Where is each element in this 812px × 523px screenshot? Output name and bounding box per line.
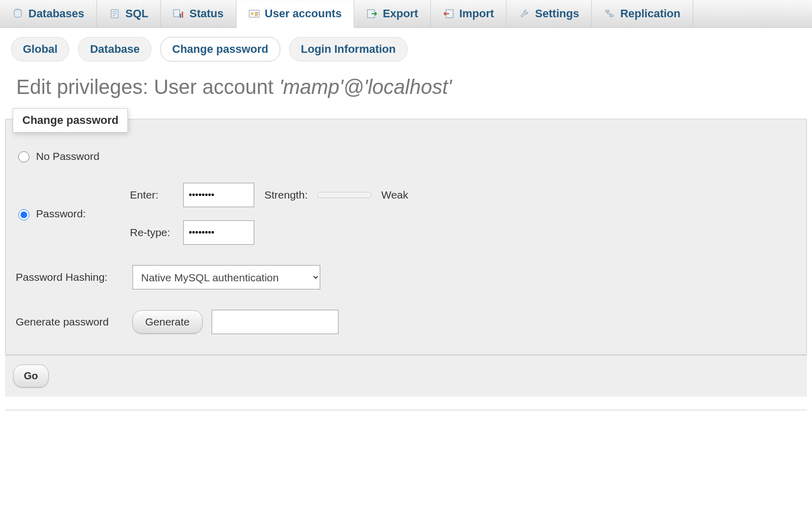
tab-label: User accounts [265,7,342,20]
password-option[interactable]: Password: [16,208,130,220]
generate-button[interactable]: Generate [132,310,202,334]
sub-tabs: Global Database Change password Login In… [0,28,812,61]
svg-point-15 [605,10,610,12]
page-title-prefix: Edit privileges: User account [16,76,279,98]
main-tabs: Databases SQL Status User accounts Expor… [0,0,812,28]
change-password-panel: Change password No Password Password: En… [5,119,807,355]
replication-icon [604,8,615,19]
password-radio[interactable] [18,209,29,220]
password-grid: Enter: Strength: Weak Re-type: [130,183,409,245]
enter-label: Enter: [130,189,183,201]
password-hashing-select[interactable]: Native MySQL authentication [132,265,320,289]
no-password-row: No Password [16,150,796,162]
generate-row-label: Generate password [16,316,132,328]
sql-icon [109,8,120,19]
tab-replication[interactable]: Replication [592,0,693,27]
svg-rect-6 [180,14,181,18]
tab-import[interactable]: Import [431,0,506,27]
subtab-login-information[interactable]: Login Information [289,37,408,61]
tab-status[interactable]: Status [161,0,236,27]
database-icon [12,8,23,19]
tab-label: Export [383,7,418,20]
hashing-row: Password Hashing: Native MySQL authentic… [16,265,796,289]
tab-label: Replication [620,7,681,20]
subtab-global[interactable]: Global [11,37,69,61]
page-title: Edit privileges: User account 'mamp'@'lo… [16,76,812,99]
svg-rect-12 [255,15,257,16]
strength-meter [318,192,371,198]
tab-sql[interactable]: SQL [97,0,161,27]
page-title-account: 'mamp'@'localhost' [279,76,452,98]
no-password-label: No Password [36,150,99,162]
svg-point-16 [610,15,614,17]
password-enter-input[interactable] [183,183,254,207]
wrench-icon [519,8,530,19]
svg-rect-10 [255,12,258,13]
tab-label: Databases [28,7,84,20]
tab-label: Settings [535,7,579,20]
strength-cell: Strength: Weak [264,189,409,201]
retype-label: Re-type: [130,226,183,239]
tab-user-accounts[interactable]: User accounts [236,1,355,28]
password-retype-input[interactable] [183,220,254,245]
tab-databases[interactable]: Databases [0,0,97,27]
subtab-database[interactable]: Database [78,37,151,61]
bottom-divider [5,410,807,410]
svg-rect-11 [255,14,258,15]
import-icon [443,8,454,19]
strength-label-text: Strength: [264,189,308,201]
no-password-option[interactable]: No Password [16,150,130,162]
panel-legend: Change password [13,108,128,133]
tab-label: Import [459,7,494,20]
hashing-label: Password Hashing: [16,271,132,283]
no-password-radio[interactable] [18,151,29,162]
svg-point-9 [251,12,254,15]
tab-settings[interactable]: Settings [506,0,592,27]
tab-label: Status [189,7,223,20]
tab-export[interactable]: Export [354,0,431,27]
user-accounts-icon [249,8,260,19]
subtab-change-password[interactable]: Change password [160,37,280,61]
password-label: Password: [36,208,86,220]
generate-row: Generate password Generate [16,310,796,334]
footer-bar: Go [5,355,807,397]
generated-password-input[interactable] [212,310,339,334]
export-icon [366,8,378,19]
svg-rect-7 [182,12,183,18]
tab-label: SQL [125,7,148,20]
strength-value-text: Weak [381,189,408,201]
svg-rect-5 [174,10,180,17]
status-icon [173,8,184,19]
go-button[interactable]: Go [13,365,49,387]
password-row: Password: Enter: Strength: Weak Re-type: [16,183,796,245]
